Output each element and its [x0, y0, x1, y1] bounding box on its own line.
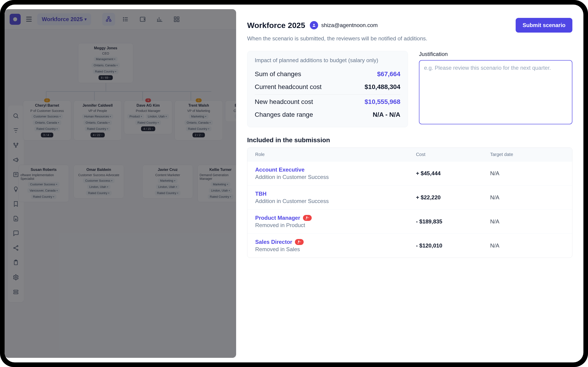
user-chip: shiza@agentnoon.com	[310, 21, 378, 29]
impact-row: Changes date range N/A - N/A	[255, 108, 400, 121]
user-avatar-icon	[310, 21, 318, 29]
justification-label: Justification	[419, 51, 572, 57]
th-cost: Cost	[416, 152, 490, 157]
table-row: Product Manager Removed in Product - $18…	[247, 209, 572, 234]
included-table: Role Cost Target date Account Executive …	[247, 148, 572, 258]
row-role-sub: Removed in Sales	[255, 246, 416, 252]
svg-point-31	[313, 24, 315, 25]
impact-heading: Impact of planned additions to budget (s…	[255, 57, 400, 64]
row-date: N/A	[490, 218, 564, 225]
removed-person-icon	[303, 215, 312, 221]
impact-value: N/A - N/A	[373, 111, 400, 118]
row-role-link[interactable]: Product Manager	[255, 215, 416, 221]
submit-scenario-panel: Workforce 2025 shiza@agentnoon.com Submi…	[236, 5, 583, 362]
table-row: Account Executive Addition in Customer S…	[247, 161, 572, 185]
row-role-link[interactable]: Account Executive	[255, 167, 416, 173]
row-cost: + $22,220	[416, 194, 490, 201]
table-header: Role Cost Target date	[247, 148, 572, 161]
impact-label: Current headcount cost	[255, 83, 321, 91]
divider	[255, 94, 400, 94]
panel-title: Workforce 2025	[247, 21, 305, 30]
impact-value: $10,555,968	[364, 98, 400, 106]
row-role-link[interactable]: Sales Director	[255, 239, 416, 245]
row-role-sub: Removed in Product	[255, 222, 416, 228]
impact-summary-card: Impact of planned additions to budget (s…	[247, 51, 408, 127]
impact-label: Sum of changes	[255, 70, 301, 78]
row-cost: - $120,010	[416, 242, 490, 249]
row-role-sub: Addition in Customer Success	[255, 198, 416, 204]
org-chart-panel: Workforce 2025 ▾	[5, 9, 236, 358]
row-date: N/A	[490, 194, 564, 201]
impact-row: New headcount cost $10,555,968	[255, 95, 400, 108]
th-date: Target date	[490, 152, 564, 157]
th-role: Role	[255, 152, 416, 157]
impact-label: New headcount cost	[255, 98, 313, 106]
row-role-link[interactable]: TBH	[255, 191, 416, 197]
modal-dim-overlay[interactable]	[5, 9, 236, 358]
row-cost: + $45,444	[416, 170, 490, 177]
removed-person-icon	[295, 239, 304, 245]
justification-textarea[interactable]	[419, 60, 572, 124]
svg-point-32	[306, 217, 308, 218]
row-date: N/A	[490, 242, 564, 249]
row-cost: - $189,835	[416, 218, 490, 225]
impact-row: Sum of changes $67,664	[255, 68, 400, 81]
impact-label: Changes date range	[255, 111, 313, 118]
impact-value: $10,488,304	[364, 83, 400, 91]
table-row: Sales Director Removed in Sales - $120,0…	[247, 234, 572, 258]
row-date: N/A	[490, 170, 564, 177]
panel-subtitle: When the scenario is submitted, the revi…	[247, 35, 572, 42]
table-row: TBH Addition in Customer Success + $22,2…	[247, 185, 572, 209]
submit-scenario-button[interactable]: Submit scenario	[516, 18, 572, 33]
user-email: shiza@agentnoon.com	[321, 22, 378, 28]
impact-row: Current headcount cost $10,488,304	[255, 81, 400, 93]
impact-value: $67,664	[377, 70, 400, 78]
svg-point-34	[298, 241, 300, 242]
row-role-sub: Addition in Customer Success	[255, 174, 416, 180]
included-heading: Included in the submission	[247, 136, 572, 144]
